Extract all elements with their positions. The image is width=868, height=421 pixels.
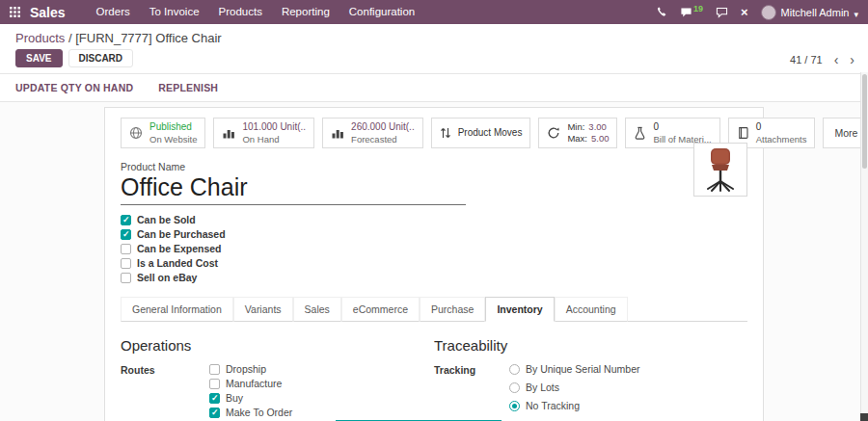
checkbox-icon[interactable]	[121, 273, 131, 283]
routes-options: Dropship Manufacture Buy Make To Or	[209, 363, 292, 418]
checkbox-icon[interactable]	[121, 244, 131, 254]
user-name: Mitchell Admin	[781, 7, 850, 18]
close-icon[interactable]: ×	[741, 6, 748, 18]
tab-purchase[interactable]: Purchase	[420, 297, 485, 322]
product-image[interactable]	[693, 143, 747, 197]
apps-grid-glyph	[10, 7, 20, 17]
tracking-none-radio[interactable]: No Tracking	[509, 400, 639, 411]
save-button[interactable]: SAVE	[15, 49, 63, 67]
breadcrumb: Products / [FURN_7777] Office Chair	[0, 24, 868, 46]
form-sheet: Published On Website 101.000 Unit(.. On …	[104, 107, 764, 421]
menu-products[interactable]: Products	[209, 0, 272, 24]
vertical-scrollbar[interactable]	[860, 72, 868, 421]
tab-accounting[interactable]: Accounting	[555, 297, 628, 322]
reordering-rules-button[interactable]: Min:3.00 Max:5.00	[538, 118, 617, 148]
pager: 41 / 71	[790, 53, 854, 66]
chevron-down-icon	[854, 4, 858, 21]
replenish-button[interactable]: REPLENISH	[158, 82, 218, 93]
bom-count: 0	[653, 121, 711, 134]
can-be-expensed-checkbox[interactable]: Can be Expensed	[121, 243, 747, 254]
can-be-purchased-checkbox[interactable]: Can be Purchased	[121, 228, 747, 240]
control-panel: SAVE DISCARD 41 / 71	[0, 46, 868, 74]
exchange-arrows-icon	[440, 126, 451, 140]
tracking-options: By Unique Serial Number By Lots No Track…	[509, 363, 639, 411]
app-brand[interactable]: Sales	[30, 5, 66, 20]
apps-grid-icon[interactable]	[10, 7, 20, 17]
office-chair-image	[699, 146, 742, 193]
radio-icon[interactable]	[509, 364, 520, 375]
user-menu[interactable]: Mitchell Admin	[761, 4, 858, 21]
button-box: Published On Website 101.000 Unit(.. On …	[121, 118, 747, 148]
on-hand-button[interactable]: 101.000 Unit(.. On Hand	[213, 118, 314, 148]
traceability-heading: Traceability	[434, 337, 747, 354]
checkbox-icon[interactable]	[121, 258, 131, 269]
route-make-to-order-checkbox[interactable]: Make To Order	[209, 407, 292, 418]
checkbox-icon[interactable]	[121, 229, 131, 240]
route-dropship-checkbox[interactable]: Dropship	[209, 363, 292, 375]
route-manufacture-checkbox[interactable]: Manufacture	[209, 378, 292, 389]
forecasted-qty: 260.000 Unit(..	[351, 121, 415, 134]
tracking-serial-radio[interactable]: By Unique Serial Number	[509, 363, 639, 375]
menu-to-invoice[interactable]: To Invoice	[140, 0, 209, 24]
radio-icon[interactable]	[509, 401, 520, 411]
min-label: Min:	[567, 121, 584, 132]
bar-chart-icon	[222, 126, 235, 140]
product-moves-button[interactable]: Product Moves	[431, 118, 531, 148]
message-count-badge: 19	[693, 4, 703, 13]
tracking-lots-radio[interactable]: By Lots	[509, 382, 639, 393]
top-navbar: Sales Orders To Invoice Products Reporti…	[0, 0, 868, 24]
published-status: Published	[149, 121, 197, 134]
discard-button[interactable]: DISCARD	[68, 49, 134, 67]
tab-ecommerce[interactable]: eCommerce	[341, 297, 420, 322]
chat-bubble-icon[interactable]	[716, 7, 728, 18]
scrollbar-corner	[860, 413, 868, 421]
tab-sales[interactable]: Sales	[293, 297, 341, 322]
menu-configuration[interactable]: Configuration	[339, 0, 424, 24]
attachments-count: 0	[756, 121, 807, 134]
breadcrumb-current: [FURN_7777] Office Chair	[75, 31, 222, 45]
scrollbar-thumb[interactable]	[862, 74, 867, 169]
traceability-column: Traceability Tracking By Unique Serial N…	[434, 337, 747, 421]
update-qty-on-hand-button[interactable]: UPDATE QTY ON HAND	[15, 82, 133, 93]
menu-reporting[interactable]: Reporting	[272, 0, 339, 24]
checkbox-icon[interactable]	[209, 379, 220, 389]
refresh-icon	[547, 126, 560, 140]
checkbox-icon[interactable]	[209, 364, 220, 375]
checkbox-icon[interactable]	[121, 215, 131, 225]
pager-value[interactable]: 41 / 71	[790, 54, 823, 66]
systray: 19 × Mitchell Admin	[656, 4, 858, 21]
route-buy-checkbox[interactable]: Buy	[209, 392, 292, 404]
menu-orders[interactable]: Orders	[87, 0, 140, 24]
pager-previous-button[interactable]	[834, 53, 839, 66]
checkbox-icon[interactable]	[209, 393, 220, 404]
avatar	[761, 5, 776, 20]
radio-icon[interactable]	[509, 382, 520, 393]
form-content: Published On Website 101.000 Unit(.. On …	[0, 102, 868, 421]
messages-icon[interactable]: 19	[680, 7, 703, 18]
website-published-button[interactable]: Published On Website	[121, 118, 205, 148]
inventory-tab-content: Operations Routes Dropship Manufacture	[121, 322, 747, 421]
tab-variants[interactable]: Variants	[233, 297, 293, 322]
tab-inventory[interactable]: Inventory	[485, 297, 554, 322]
flask-icon	[634, 126, 646, 140]
is-landed-cost-checkbox[interactable]: Is a Landed Cost	[121, 257, 747, 269]
checkbox-icon[interactable]	[209, 408, 220, 418]
max-value: 5.00	[591, 133, 610, 144]
phone-icon[interactable]	[656, 7, 667, 18]
operations-heading: Operations	[121, 337, 434, 354]
form-statusbar: UPDATE QTY ON HAND REPLENISH	[0, 74, 868, 102]
breadcrumb-separator: /	[68, 31, 72, 45]
forecasted-button[interactable]: 260.000 Unit(.. Forecasted	[322, 118, 423, 148]
product-name-label: Product Name	[121, 161, 747, 172]
max-label: Max:	[567, 133, 587, 144]
notebook-tabs: General Information Variants Sales eComm…	[121, 297, 747, 322]
product-moves-label: Product Moves	[458, 127, 523, 140]
tab-general-information[interactable]: General Information	[121, 297, 233, 322]
product-name-input[interactable]: Office Chair	[121, 173, 466, 205]
breadcrumb-products-link[interactable]: Products	[15, 31, 65, 45]
pager-next-button[interactable]	[850, 53, 854, 66]
sell-on-ebay-checkbox[interactable]: Sell on eBay	[121, 272, 747, 283]
on-hand-qty: 101.000 Unit(..	[242, 121, 306, 134]
routes-label: Routes	[121, 363, 209, 418]
can-be-sold-checkbox[interactable]: Can be Sold	[121, 214, 747, 225]
